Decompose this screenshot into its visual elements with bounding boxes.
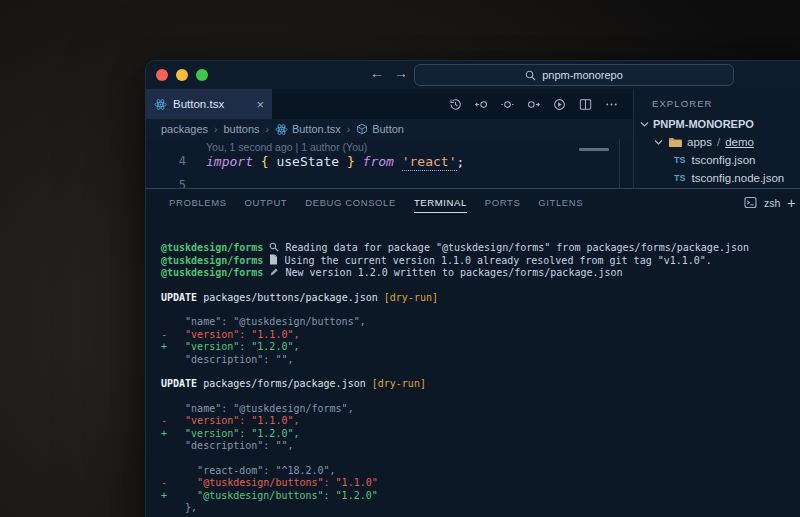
breadcrumb-item[interactable]: packages: [161, 123, 208, 135]
back-arrow-icon[interactable]: ←: [370, 65, 384, 81]
close-window-button[interactable]: [156, 69, 168, 81]
breadcrumb-label: packages: [161, 123, 208, 135]
terminal-line: [161, 279, 800, 291]
timeline-history-icon[interactable]: [448, 97, 463, 112]
code-line: import { useState } from 'react';: [206, 154, 464, 169]
terminal-line: "react-dom": "^18.2.0",: [161, 465, 800, 477]
tab-button-tsx[interactable]: Button.tsx ×: [146, 89, 272, 119]
package-prefix: @tuskdesign/forms: [161, 242, 263, 253]
file-row-tsconfig-node[interactable]: TS tsconfig.node.json: [634, 169, 800, 187]
editor-group: Button.tsx × packages›buttons›Button.tsx…: [146, 89, 633, 188]
magnifier-icon: [269, 242, 279, 253]
breadcrumb: packages›buttons›Button.tsx›Button: [146, 119, 633, 139]
diff-ctx-line: "name": "@tuskdesign/buttons",: [161, 316, 366, 327]
panel-tab-gitlens[interactable]: GITLENS: [529, 189, 592, 216]
next-change-icon[interactable]: [526, 97, 541, 112]
code-token: {: [261, 154, 269, 169]
previous-change-icon[interactable]: [474, 97, 489, 112]
update-label: UPDATE: [161, 292, 197, 303]
terminal-icon: [744, 196, 757, 209]
panel-tab-label: DEBUG CONSOLE: [305, 197, 396, 208]
workbench: Button.tsx × packages›buttons›Button.tsx…: [146, 89, 800, 517]
breadcrumb-separator: ›: [214, 124, 217, 135]
maximize-window-button[interactable]: [196, 69, 208, 81]
breadcrumb-item[interactable]: Button: [356, 123, 404, 135]
chevron-down-icon: [640, 120, 649, 128]
explorer-title: EXPLORER: [652, 98, 800, 109]
diff-del-line: - "version": "1.1.0",: [161, 415, 299, 426]
tab-label: Button.tsx: [173, 98, 224, 110]
update-path: packages/buttons/package.json: [203, 292, 378, 303]
tab-bar: Button.tsx ×: [146, 89, 633, 119]
panel-tab-label: PORTS: [485, 197, 521, 208]
file-row-tsconfig[interactable]: TS tsconfig.json: [634, 151, 800, 169]
terminal-line: - "@tuskdesign/buttons": "1.1.0": [161, 477, 800, 489]
code-token: 'react': [402, 154, 457, 171]
breadcrumb-item[interactable]: Button.tsx: [275, 123, 341, 136]
vscode-window: ← → pnpm-monorepo Button.tsx × packages›…: [145, 60, 800, 517]
terminal-line: [161, 391, 800, 403]
open-changes-icon[interactable]: [500, 97, 515, 112]
diff-del-line: - "version": "1.1.0",: [161, 329, 299, 340]
close-tab-icon[interactable]: ×: [256, 97, 264, 112]
diff-add-line: + "@tuskdesign/buttons": "1.2.0": [161, 490, 378, 501]
code-token: }: [347, 154, 355, 169]
terminal-line: [161, 304, 800, 316]
terminal-output[interactable]: @tuskdesign/forms Reading data for packa…: [146, 216, 800, 515]
panel-tab-output[interactable]: OUTPUT: [236, 189, 297, 216]
diff-add-line: + "version": "1.2.0",: [161, 341, 299, 352]
editor-actions: [448, 89, 619, 119]
chevron-down-icon: [654, 138, 663, 146]
run-file-icon[interactable]: [552, 97, 567, 112]
terminal-controls: zsh +: [744, 189, 796, 216]
search-icon: [525, 70, 536, 81]
diff-ctx-line: "description": "",: [161, 354, 293, 365]
panel-tab-ports[interactable]: PORTS: [476, 189, 530, 216]
diff-ctx-line: "description": "",: [161, 440, 293, 451]
workspace-root-row[interactable]: PNPM-MONOREPO: [634, 115, 800, 133]
forward-arrow-icon[interactable]: →: [394, 65, 408, 81]
search-value: pnpm-monorepo: [542, 69, 623, 81]
code-editor[interactable]: You, 1 second ago | 1 author (You) 4 imp…: [146, 139, 633, 188]
file-name: tsconfig.node.json: [692, 172, 785, 184]
terminal-line: + "@tuskdesign/buttons": "1.2.0": [161, 490, 800, 502]
breadcrumb-label: Button.tsx: [292, 123, 341, 135]
diff-add-line: + "version": "1.2.0",: [161, 428, 299, 439]
panel-tab-label: OUTPUT: [245, 197, 288, 208]
minimize-window-button[interactable]: [176, 69, 188, 81]
folder-row-apps-demo[interactable]: apps / demo: [634, 133, 800, 151]
terminal-line: - "version": "1.1.0",: [161, 415, 800, 427]
bottom-panel: PROBLEMSOUTPUTDEBUG CONSOLETERMINALPORTS…: [146, 188, 800, 517]
folder-name: apps: [687, 136, 712, 148]
next-line-number: 5: [168, 178, 186, 188]
command-center-search[interactable]: pnpm-monorepo: [414, 64, 734, 86]
titlebar: ← → pnpm-monorepo: [146, 61, 800, 89]
shell-label[interactable]: zsh: [764, 197, 780, 209]
dry-run-tag: [dry-run]: [384, 292, 438, 303]
code-token: ;: [457, 154, 465, 169]
more-actions-icon[interactable]: [604, 97, 619, 112]
split-editor-icon[interactable]: [578, 97, 593, 112]
panel-tab-problems[interactable]: PROBLEMS: [160, 189, 236, 216]
breadcrumb-label: Button: [372, 123, 404, 135]
panel-tab-label: TERMINAL: [414, 197, 467, 213]
scrollbar-thumb[interactable]: [579, 148, 609, 151]
breadcrumb-item[interactable]: buttons: [223, 123, 259, 135]
package-prefix: @tuskdesign/forms: [161, 255, 263, 266]
file-name: tsconfig.json: [692, 154, 756, 166]
history-nav: ← →: [370, 65, 408, 81]
typescript-file-icon: TS: [674, 173, 686, 183]
panel-tab-debug-console[interactable]: DEBUG CONSOLE: [296, 189, 405, 216]
log-text: Reading data for package "@tuskdesign/fo…: [285, 242, 749, 253]
path-separator: /: [717, 136, 720, 148]
document-icon: [269, 255, 278, 266]
react-icon: [275, 123, 288, 136]
code-token: [394, 154, 402, 169]
terminal-line: - "version": "1.1.0",: [161, 329, 800, 341]
panel-tab-terminal[interactable]: TERMINAL: [405, 189, 476, 216]
terminal-line: [161, 453, 800, 465]
terminal-line: UPDATE packages/buttons/package.json [dr…: [161, 292, 800, 304]
traffic-lights: [156, 69, 208, 81]
new-terminal-button[interactable]: +: [787, 195, 795, 211]
diff-ctx-line: "react-dom": "^18.2.0",: [161, 465, 336, 476]
